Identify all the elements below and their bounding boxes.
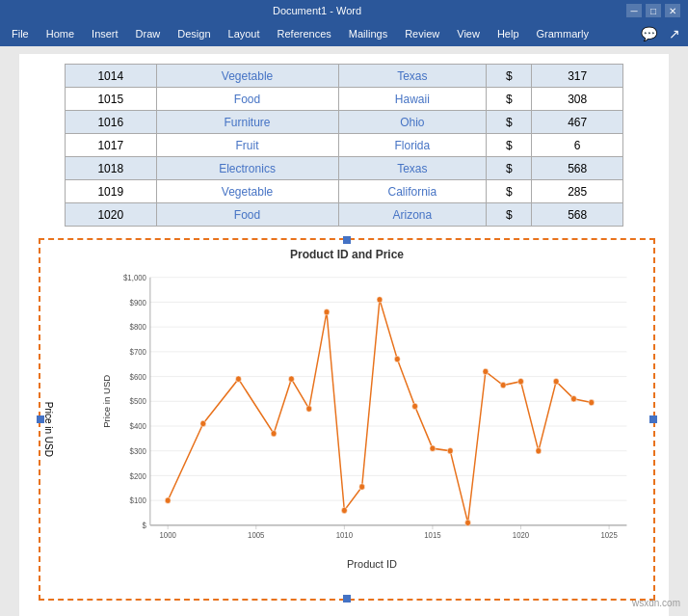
minimize-button[interactable]: ─ (626, 4, 642, 17)
svg-text:$100: $100 (130, 496, 147, 505)
menu-mailings[interactable]: Mailings (341, 23, 395, 44)
svg-text:$200: $200 (130, 471, 147, 480)
cell-state: California (338, 180, 487, 203)
svg-text:$: $ (143, 522, 147, 530)
resize-handle-top[interactable] (343, 236, 351, 244)
resize-handle-left[interactable] (37, 415, 44, 423)
svg-point-39 (271, 431, 277, 437)
cell-id: 1018 (66, 157, 157, 180)
svg-point-57 (589, 399, 595, 405)
svg-point-44 (359, 484, 365, 490)
cell-dollar: $ (487, 65, 532, 88)
svg-point-50 (465, 520, 471, 525)
svg-point-36 (165, 497, 171, 503)
svg-point-42 (324, 309, 330, 315)
menu-references[interactable]: References (270, 23, 339, 44)
menu-file[interactable]: File (4, 23, 37, 44)
cell-dollar: $ (487, 134, 532, 157)
cell-id: 1016 (66, 111, 157, 134)
cell-price: 467 (532, 111, 623, 134)
svg-point-56 (571, 396, 577, 402)
chart-title: Product ID and Price (48, 248, 646, 261)
svg-text:$600: $600 (130, 372, 147, 381)
cell-id: 1014 (66, 65, 157, 88)
svg-point-51 (483, 368, 489, 374)
cell-id: 1017 (66, 134, 157, 157)
table-row: 1020FoodArizona$568 (66, 203, 623, 227)
svg-text:$700: $700 (130, 348, 147, 357)
svg-text:1025: 1025 (600, 530, 618, 539)
resize-handle-right[interactable] (649, 415, 657, 423)
cell-state: Texas (338, 157, 487, 180)
cell-category: Vegetable (156, 65, 338, 88)
cell-state: Hawaii (338, 88, 487, 111)
svg-point-43 (341, 507, 347, 513)
cell-dollar: $ (487, 157, 532, 180)
chart-plot-area: $$100$200$300$400$500$600$700$800$900$1,… (98, 267, 646, 556)
svg-point-55 (553, 379, 559, 385)
share-icon[interactable]: ↗ (665, 26, 684, 41)
menu-right-icons: 💬 ↗ (637, 26, 684, 41)
menu-insert[interactable]: Insert (84, 23, 126, 44)
cell-price: 308 (532, 88, 623, 111)
menu-grammarly[interactable]: Grammarly (529, 23, 596, 44)
svg-text:$900: $900 (130, 298, 147, 307)
cell-price: 568 (532, 157, 623, 180)
data-table: 1014VegetableTexas$3171015FoodHawaii$308… (65, 64, 623, 227)
table-row: 1014VegetableTexas$317 (66, 65, 623, 88)
svg-point-41 (306, 406, 312, 412)
svg-point-38 (236, 376, 242, 382)
cell-category: Fruit (156, 134, 338, 157)
menu-layout[interactable]: Layout (221, 23, 268, 44)
chart-wrapper: Price in USD $$100$200$300$400$500$600$7… (48, 267, 646, 591)
svg-text:$300: $300 (130, 447, 147, 456)
document-page: 1014VegetableTexas$3171015FoodHawaii$308… (19, 54, 669, 616)
svg-point-49 (447, 448, 453, 454)
svg-point-48 (430, 445, 436, 451)
cell-state: Florida (338, 134, 487, 157)
menu-design[interactable]: Design (170, 23, 218, 44)
menu-help[interactable]: Help (490, 23, 527, 44)
svg-text:$1,000: $1,000 (123, 274, 146, 282)
svg-text:$400: $400 (130, 422, 147, 431)
table-row: 1017FruitFlorida$6 (66, 134, 623, 157)
chart-container[interactable]: Product ID and Price Price in USD $$100$… (39, 238, 655, 601)
menu-view[interactable]: View (449, 23, 488, 44)
svg-text:1015: 1015 (424, 530, 441, 539)
table-row: 1015FoodHawaii$308 (66, 88, 623, 111)
svg-text:$800: $800 (130, 323, 147, 332)
cell-dollar: $ (487, 88, 532, 111)
maximize-button[interactable]: □ (646, 4, 661, 17)
cell-price: 6 (532, 134, 623, 157)
svg-point-37 (200, 420, 206, 426)
table-row: 1016FurnitureOhio$467 (66, 111, 623, 134)
cell-dollar: $ (487, 203, 532, 227)
menu-draw[interactable]: Draw (128, 23, 169, 44)
cell-id: 1015 (66, 88, 157, 111)
svg-point-47 (412, 403, 418, 409)
svg-text:1010: 1010 (336, 530, 354, 539)
resize-handle-bottom[interactable] (343, 595, 351, 603)
cell-category: Food (156, 88, 338, 111)
table-row: 1019VegetableCalifornia$285 (66, 180, 623, 203)
menu-home[interactable]: Home (39, 23, 82, 44)
close-button[interactable]: ✕ (665, 4, 680, 17)
cell-id: 1020 (66, 203, 157, 227)
svg-point-52 (500, 382, 506, 388)
watermark: wsxdn.com (632, 598, 680, 608)
cell-category: Electronics (156, 157, 338, 180)
svg-text:1005: 1005 (248, 530, 265, 539)
cell-category: Furniture (156, 111, 338, 134)
cell-price: 568 (532, 203, 623, 227)
svg-text:Price in USD: Price in USD (102, 374, 112, 427)
document-title: Document1 - Word (8, 5, 626, 16)
svg-point-45 (377, 297, 383, 303)
cell-dollar: $ (487, 111, 532, 134)
chart-svg: $$100$200$300$400$500$600$700$800$900$1,… (98, 267, 646, 556)
svg-point-53 (518, 379, 524, 385)
comment-icon[interactable]: 💬 (637, 26, 661, 41)
svg-point-40 (288, 376, 294, 382)
svg-text:1020: 1020 (513, 530, 530, 539)
cell-price: 317 (532, 65, 623, 88)
menu-review[interactable]: Review (397, 23, 447, 44)
